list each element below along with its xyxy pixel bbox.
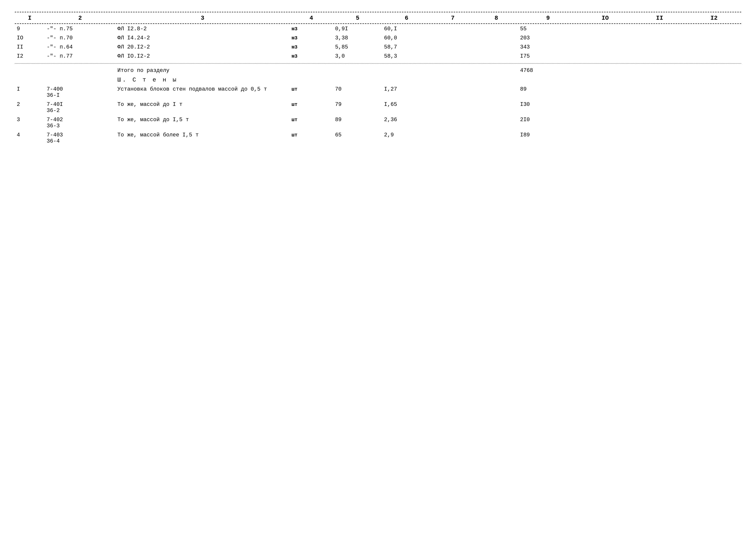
row-1-col-12 [687, 25, 741, 33]
row-4-col-12 [687, 52, 741, 61]
col-header-10: IO [578, 13, 632, 23]
s3-row-4-col-9: I89 [518, 131, 578, 146]
s3-row-3-col-4: шт [290, 115, 333, 131]
row-1-col-10 [578, 25, 632, 33]
section3-title: Ш. С т е н ы [116, 75, 741, 85]
row-1-col-7 [431, 25, 474, 33]
row-3-col-12 [687, 43, 741, 52]
subtotal-col7 [431, 66, 474, 75]
subtotal-col1 [15, 66, 45, 75]
s3-row-1-col-9: 89 [518, 85, 578, 100]
s3-row-3-col-9: 2I0 [518, 115, 578, 131]
subtotal-col4 [290, 66, 333, 75]
s3-row-4-col-5: 65 [333, 131, 382, 146]
row-3-col-9: 343 [518, 43, 578, 52]
row-3-col-6: 58,7 [382, 43, 431, 52]
s3-row-1-col-4: шт [290, 85, 333, 100]
table-row: I2-"- п.77ФЛ IO.I2-2м33,058,3I75 [15, 52, 741, 61]
s3-row-3-col-1: 3 [15, 115, 45, 131]
row-2-col-9: 203 [518, 33, 578, 43]
s3-row-3-col-7 [431, 115, 474, 131]
row-1-col-8 [474, 25, 518, 33]
col-header-7: 7 [431, 13, 474, 23]
subtotal-col5 [333, 66, 382, 75]
table-row: 37-40236-3То же, массой до I,5 тшт892,36… [15, 115, 741, 131]
section3-col2 [45, 75, 116, 85]
s3-row-2-col-9: I30 [518, 100, 578, 115]
s3-row-1-col-11 [632, 85, 687, 100]
row-1-col-5: 0,9I [333, 25, 382, 33]
table-row: 27-40I36-2То же, массой до I тшт79I,65I3… [15, 100, 741, 115]
column-header-row: I 2 3 4 5 6 7 8 9 IO II I2 [15, 13, 741, 23]
row-4-col-9: I75 [518, 52, 578, 61]
s3-row-4-col-11 [632, 131, 687, 146]
row-4-col-4: м3 [290, 52, 333, 61]
s3-row-2-col-2: 7-40I36-2 [45, 100, 116, 115]
s3-row-3-col-6: 2,36 [382, 115, 431, 131]
row-3-col-1: II [15, 43, 45, 52]
s3-row-1-col-8 [474, 85, 518, 100]
table-row: II-"- п.64ФЛ 20.I2-2м35,8558,7343 [15, 43, 741, 52]
table-row: IO-"- п.70ФЛ I4.24-2м33,3860,0203 [15, 33, 741, 43]
s3-row-4-col-6: 2,9 [382, 131, 431, 146]
s3-row-3-col-5: 89 [333, 115, 382, 131]
row-2-col-11 [632, 33, 687, 43]
row-4-col-10 [578, 52, 632, 61]
col-header-9: 9 [518, 13, 578, 23]
s3-row-1-col-10 [578, 85, 632, 100]
col-header-11: II [632, 13, 687, 23]
s3-row-4-col-12 [687, 131, 741, 146]
s3-row-2-col-7 [431, 100, 474, 115]
section3-col1 [15, 75, 45, 85]
main-table: I 2 3 4 5 6 7 8 9 IO II I2 9-"- п.75ФЛ I… [15, 13, 741, 146]
s3-row-3-col-10 [578, 115, 632, 131]
row-2-col-5: 3,38 [333, 33, 382, 43]
s3-row-2-col-8 [474, 100, 518, 115]
s3-row-4-col-8 [474, 131, 518, 146]
row-4-col-1: I2 [15, 52, 45, 61]
subtotal-col12 [687, 66, 741, 75]
s3-row-1-col-3: Установка блоков стен подвалов массой до… [116, 85, 290, 100]
row-2-col-2: -"- п.70 [45, 33, 116, 43]
col-header-5: 5 [333, 13, 382, 23]
row-1-col-1: 9 [15, 25, 45, 33]
row-3-col-7 [431, 43, 474, 52]
subtotal-col8 [474, 66, 518, 75]
subtotal-value: 4768 [518, 66, 578, 75]
col-header-12: I2 [687, 13, 741, 23]
s3-row-4-col-3: То же, массой более I,5 т [116, 131, 290, 146]
subtotal-col11 [632, 66, 687, 75]
row-3-col-3: ФЛ 20.I2-2 [116, 43, 290, 52]
row-3-col-8 [474, 43, 518, 52]
row-1-col-3: ФЛ I2.8-2 [116, 25, 290, 33]
s3-row-1-col-1: I [15, 85, 45, 100]
s3-row-4-col-2: 7-40336-4 [45, 131, 116, 146]
row-3-col-11 [632, 43, 687, 52]
s3-row-2-col-12 [687, 100, 741, 115]
section3-title-row: Ш. С т е н ы [15, 75, 741, 85]
s3-row-1-col-12 [687, 85, 741, 100]
table-row: 9-"- п.75ФЛ I2.8-2м30,9I60,I55 [15, 25, 741, 33]
row-4-col-8 [474, 52, 518, 61]
row-3-col-10 [578, 43, 632, 52]
row-2-col-1: IO [15, 33, 45, 43]
subtotal-col2 [45, 66, 116, 75]
dashed-separator [15, 61, 741, 66]
s3-row-3-col-2: 7-40236-3 [45, 115, 116, 131]
col-header-3: 3 [116, 13, 290, 23]
s3-row-3-col-11 [632, 115, 687, 131]
subtotal-label: Итого по разделу [116, 66, 290, 75]
row-2-col-7 [431, 33, 474, 43]
col-header-4: 4 [290, 13, 333, 23]
subtotal-col6 [382, 66, 431, 75]
s3-row-4-col-1: 4 [15, 131, 45, 146]
s3-row-4-col-4: шт [290, 131, 333, 146]
s3-row-2-col-10 [578, 100, 632, 115]
s3-row-1-col-6: I,27 [382, 85, 431, 100]
row-2-col-3: ФЛ I4.24-2 [116, 33, 290, 43]
row-4-col-5: 3,0 [333, 52, 382, 61]
row-4-col-7 [431, 52, 474, 61]
row-1-col-6: 60,I [382, 25, 431, 33]
col-header-6: 6 [382, 13, 431, 23]
table-row: I7-40036-IУстановка блоков стен подвалов… [15, 85, 741, 100]
